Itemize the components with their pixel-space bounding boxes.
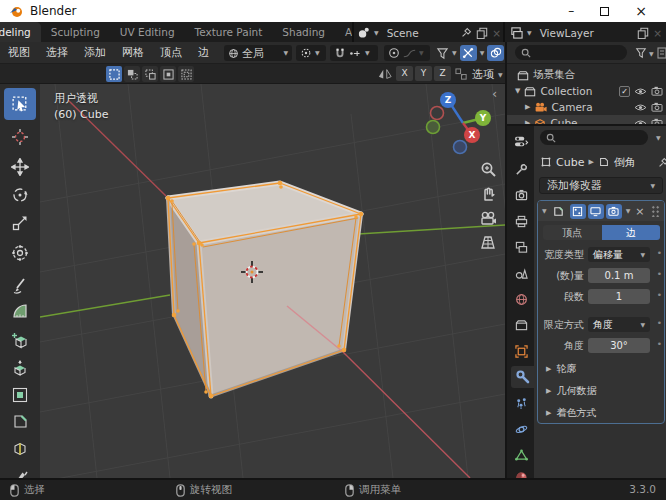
pin-icon[interactable] [658,157,666,168]
outliner-row-scene-collection[interactable]: 场景集合 [507,67,666,83]
animate-dot-icon[interactable]: • [657,318,662,328]
remove-viewlayer-icon[interactable]: × [653,27,662,39]
drag-handle-icon[interactable] [651,205,660,217]
tab-object[interactable] [510,340,533,362]
amount-field[interactable]: 0.1 m [588,268,650,283]
expand-icon[interactable]: ▼ [542,208,547,214]
menu-edge[interactable]: 边 [190,45,217,60]
eye-icon[interactable] [634,87,647,96]
filter-options-icon[interactable] [657,47,666,59]
select-mode-invert[interactable] [160,66,176,82]
tool-loop-cut[interactable] [4,436,36,462]
menu-add[interactable]: 添加 [76,45,114,60]
properties-search-input[interactable] [540,130,648,145]
editmode-display-toggle[interactable] [570,204,586,219]
expand-icon[interactable]: ▶ [525,103,530,111]
snap-group[interactable]: ▼ [330,45,378,61]
realtime-display-toggle[interactable] [588,204,604,219]
tool-rotate[interactable] [4,182,36,208]
tab-view-layer[interactable] [510,236,533,258]
unlink-scene-icon[interactable]: × [492,27,501,39]
tool-transform[interactable] [4,240,36,266]
tool-inset-faces[interactable] [4,382,36,408]
outliner-row-camera[interactable]: ▶ Camera [507,99,666,115]
tool-select-box[interactable] [4,88,36,120]
tab-shading[interactable]: Shading [272,22,335,42]
visibility-filter-icon[interactable] [436,47,449,60]
tool-scale[interactable] [4,210,36,236]
tab-modifiers[interactable] [511,366,534,388]
tab-animation[interactable]: Animation [335,22,353,42]
camera-restrict-icon[interactable] [651,86,663,96]
delete-modifier-icon[interactable]: × [635,205,644,218]
minimize-button[interactable]: – [568,4,574,18]
section-profile[interactable]: ▶ 轮廓 [546,361,662,376]
scene-selector[interactable]: ▼ Scene × [357,24,501,41]
tab-collection[interactable] [510,314,533,336]
menu-mesh[interactable]: 网格 [114,45,152,60]
camera-restrict-icon[interactable] [651,102,663,112]
tab-tool[interactable] [510,158,533,180]
menu-view[interactable]: 视图 [0,45,38,60]
expand-icon[interactable]: ▼ [515,87,520,95]
tool-add-cube[interactable] [4,328,36,354]
mirror-z-button[interactable]: Z [434,66,451,81]
collapse-sidebar-arrow[interactable]: ‹ [492,86,497,101]
viewport-3d[interactable]: 用户透视 (60) Cube Z Y X ‹ [40,84,505,478]
mirror-y-button[interactable]: Y [415,66,432,81]
new-scene-icon[interactable] [476,27,488,39]
breadcrumb-modifier[interactable]: 倒角 [614,155,636,170]
maximize-button[interactable] [600,7,609,16]
select-mode-subtract[interactable] [142,66,158,82]
zoom-view-button[interactable] [477,158,499,180]
gizmos-toggle[interactable] [460,45,477,61]
affect-edges-tab[interactable]: 边 [602,225,661,240]
tool-annotate[interactable] [4,272,36,298]
mirror-x-button[interactable]: X [396,66,413,81]
animate-dot-icon[interactable]: • [657,290,662,300]
snap-symmetry-icon[interactable] [455,68,468,81]
tab-render[interactable] [510,184,533,206]
animate-dot-icon[interactable]: • [657,269,662,279]
render-display-toggle[interactable] [606,204,622,219]
tab-object-data[interactable] [510,444,533,466]
tool-extrude-region[interactable] [4,356,36,382]
viewlayer-selector[interactable]: ▼ ViewLayer × [510,24,662,41]
add-modifier-button[interactable]: 添加修改器 ▼ [539,177,663,194]
eye-icon[interactable] [634,103,647,112]
menu-select[interactable]: 选择 [38,45,76,60]
select-mode-intersect[interactable] [178,66,194,82]
menu-vertex[interactable]: 顶点 [152,45,190,60]
magnet-icon[interactable] [334,47,346,59]
pin-icon[interactable] [461,27,472,38]
tool-options-dropdown[interactable]: 选项 ▼ [472,67,503,82]
outliner-search-input[interactable] [515,45,627,60]
select-mode-extend[interactable] [124,66,140,82]
toggle-ortho-button[interactable] [477,231,499,253]
tab-world[interactable] [510,288,533,310]
tab-sculpting[interactable]: Sculpting [41,22,110,42]
section-geometry[interactable]: ▶ 几何数据 [546,383,662,398]
tool-cursor[interactable] [4,124,36,150]
affect-vertices-tab[interactable]: 顶点 [543,225,602,240]
transform-orientation-dropdown[interactable]: 全局 ▼ [224,45,292,61]
tab-texture-paint[interactable]: Texture Paint [185,22,273,42]
pivot-point-dropdown[interactable]: ▼ [296,45,326,61]
segments-field[interactable]: 1 [588,289,650,304]
filter-icon[interactable] [635,47,647,59]
tool-move[interactable] [4,154,36,180]
new-viewlayer-icon[interactable] [637,27,649,39]
overlays-toggle[interactable] [487,45,504,61]
breadcrumb-object[interactable]: Cube [556,156,584,169]
checkbox-icon[interactable]: ✓ [619,86,630,97]
section-shading[interactable]: ▶ 着色方式 [546,405,662,420]
animate-dot-icon[interactable]: • [657,339,662,349]
proportional-edit-group[interactable]: ▼ [384,45,430,61]
modifier-extras-icon[interactable]: ▼ [626,208,631,214]
angle-field[interactable]: 30° [588,338,650,353]
editor-type-selector[interactable] [510,130,533,152]
outliner-row-collection[interactable]: ▼ Collection ✓ [507,83,666,99]
select-mode-new[interactable] [106,66,122,82]
proportional-edit-icon[interactable] [388,47,400,59]
tool-measure[interactable] [4,298,36,324]
